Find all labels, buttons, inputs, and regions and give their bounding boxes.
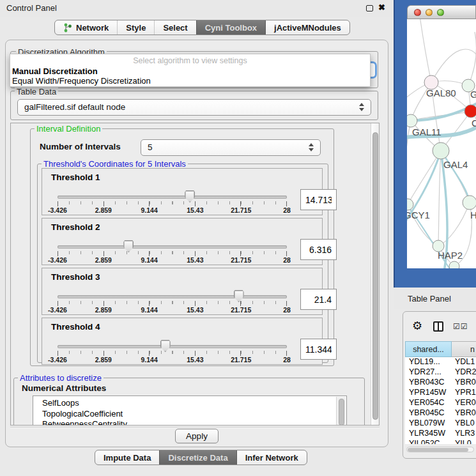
tab-cyni-toolbox[interactable]: Cyni Toolbox: [196, 20, 265, 35]
window-close-icon[interactable]: [414, 9, 421, 16]
node-gal11[interactable]: [407, 114, 417, 127]
table-row[interactable]: YBL079WYBL0: [405, 418, 476, 429]
table-row[interactable]: YDL19...YDL1: [405, 357, 476, 367]
tab-network[interactable]: Network: [55, 20, 117, 35]
dropdown-option-equal-width[interactable]: Equal Width/Frequency Discretization: [12, 76, 151, 86]
num-intervals-value: 5: [148, 142, 153, 152]
list-item[interactable]: SelfLoops: [33, 398, 346, 409]
slider-scale-labels: -3.4262.8599.144 15.4321.71528: [58, 256, 287, 264]
node-label-gcy1: GCY1: [407, 210, 430, 220]
slider-track[interactable]: [58, 295, 287, 298]
table-data-title: Table Data: [15, 87, 58, 96]
slider-scale-labels: -3.4262.8599.144 15.4321.71528: [58, 206, 287, 214]
combo-arrows-icon: [309, 143, 315, 151]
separator: [10, 427, 380, 428]
slider-track[interactable]: [58, 345, 287, 348]
checkboxes-icon[interactable]: ☑☑: [453, 322, 468, 331]
table-row[interactable]: YBR043CYBR0: [405, 378, 476, 388]
node-h[interactable]: [463, 196, 476, 210]
tab-network-label: Network: [76, 23, 109, 33]
slider-track[interactable]: [58, 245, 287, 249]
threshold-3-slider[interactable]: -3.4262.8599.144 15.4321.71528: [58, 268, 287, 316]
tab-select[interactable]: Select: [154, 20, 196, 35]
node-label-gal11: GAL11: [412, 127, 441, 137]
close-panel-icon[interactable]: ✖: [378, 3, 385, 12]
application-window: Control Panel ✖ Network Style Select Cyn…: [0, 0, 476, 476]
table-panel-title: Table Panel: [408, 294, 451, 303]
table-data-group: Table Data galFiltered.sif default node: [10, 91, 378, 120]
slider-scale-labels: -3.4262.8599.144 15.4321.71528: [58, 306, 287, 314]
apply-button[interactable]: Apply: [175, 429, 219, 443]
window-zoom-icon[interactable]: [437, 9, 444, 16]
node-label-h: H: [470, 210, 476, 220]
control-panel-title: Control Panel: [6, 3, 57, 13]
num-intervals-combobox[interactable]: 5: [141, 139, 321, 156]
threshold-4-panel: Threshold 4 -3.4262.8599.144 15.4321.715…: [42, 318, 323, 365]
tab-style[interactable]: Style: [117, 20, 154, 35]
thresholds-group-title: Threshold's Coordinates for 5 Intervals: [42, 159, 188, 169]
settings-scrollbar[interactable]: [371, 123, 380, 426]
threshold-1-panel: Threshold 1 -3.4262.8599.144 15.4321.715…: [42, 168, 323, 215]
dropdown-option-manual[interactable]: Manual Discretization: [12, 66, 98, 76]
table-row[interactable]: YIL052CYIL0: [405, 439, 476, 444]
tab-discretize-data[interactable]: Discretize Data: [159, 450, 236, 464]
table-data-combobox[interactable]: galFiltered.sif default node: [17, 99, 371, 116]
float-panel-icon[interactable]: [366, 5, 373, 12]
list-item[interactable]: TopologicalCoefficient: [33, 409, 346, 420]
num-intervals-label: Number of Intervals: [40, 142, 121, 151]
scrollbar-thumb[interactable]: [372, 132, 378, 420]
threshold-4-slider[interactable]: -3.4262.8599.144 15.4321.71528: [58, 318, 287, 365]
interval-definition-title: Interval Definition: [35, 124, 102, 134]
threshold-1-slider[interactable]: -3.4262.8599.144 15.4321.71528: [58, 169, 287, 216]
node-label-gal4: GAL4: [443, 159, 468, 170]
network-icon: [63, 23, 72, 33]
columns-icon[interactable]: [433, 321, 443, 332]
control-panel-titlebar: [0, 0, 394, 17]
gear-icon[interactable]: ⚙: [412, 319, 422, 333]
threshold-3-panel: Threshold 3 -3.4262.8599.144 15.4321.715…: [42, 268, 323, 315]
threshold-2-panel: Threshold 2 -3.4262.8599.144 15.4321.715…: [42, 218, 323, 265]
node-label-ga: GA: [470, 89, 476, 100]
dropdown-prompt: Select algorithm to view settings: [10, 56, 370, 65]
column-header-shared[interactable]: shared...: [405, 341, 452, 357]
table-row[interactable]: YDR27...YDR2: [405, 367, 476, 378]
node-label-gal80: GAL80: [426, 88, 456, 98]
node-label-hap2: HAP2: [438, 250, 463, 261]
window-minimize-icon[interactable]: [426, 9, 433, 16]
tab-impute-data[interactable]: Impute Data: [95, 450, 159, 464]
control-panel-tabbar: Network Style Select Cyni Toolbox jActiv…: [54, 20, 350, 35]
list-scrollbar[interactable]: [336, 397, 346, 426]
table-header-row: shared... n: [405, 341, 476, 357]
slider-scale-labels: -3.4262.8599.144 15.4321.71528: [58, 356, 287, 364]
threshold-3-value-field[interactable]: [300, 289, 337, 310]
table-row[interactable]: YPR145WYPR1: [405, 388, 476, 398]
attributes-group-title: Attributes to discretize: [18, 373, 104, 383]
node-red-selected[interactable]: [464, 105, 476, 118]
scrollbar-thumb[interactable]: [408, 448, 468, 452]
settings-scroll-area: Interval Definition Number of Intervals …: [10, 123, 380, 426]
column-header-name[interactable]: n: [452, 341, 476, 357]
threshold-2-value-field[interactable]: [300, 239, 337, 260]
tab-jactivemnodules[interactable]: jActiveMNodules: [265, 20, 349, 35]
table-row[interactable]: YBR045CYBR0: [405, 408, 476, 418]
network-view[interactable]: GAL80 GA C GAL11 GAL4 GCY1 H HAP2: [407, 19, 476, 268]
table-body: YDL19...YDL1 YDR27...YDR2 YBR043CYBR0 YP…: [405, 357, 476, 444]
node-label-c: C: [472, 118, 476, 128]
table-row[interactable]: YER054CYER0: [405, 398, 476, 408]
table-horizontal-scrollbar[interactable]: [406, 447, 474, 452]
bottom-tabbar: Impute Data Discretize Data Infer Networ…: [95, 450, 307, 465]
threshold-4-value-field[interactable]: [300, 339, 337, 360]
tab-infer-network[interactable]: Infer Network: [236, 450, 307, 464]
list-item[interactable]: BetweennessCentrality: [33, 419, 346, 426]
node-bottom[interactable]: [449, 261, 459, 268]
threshold-1-value-field[interactable]: [300, 189, 337, 210]
table-row[interactable]: YLR345WYLR3: [405, 429, 476, 439]
node-gal4[interactable]: [433, 142, 449, 159]
numerical-attributes-list: SelfLoops TopologicalCoefficient Between…: [33, 395, 347, 426]
threshold-2-slider[interactable]: -3.4262.8599.144 15.4321.71528: [58, 219, 287, 266]
combo-arrows-icon: [359, 103, 365, 111]
node-gcy1[interactable]: [407, 199, 413, 210]
slider-track[interactable]: [58, 196, 287, 199]
table-data-value: galFiltered.sif default node: [24, 102, 125, 112]
numerical-attributes-heading: Numerical Attributes: [22, 383, 106, 393]
